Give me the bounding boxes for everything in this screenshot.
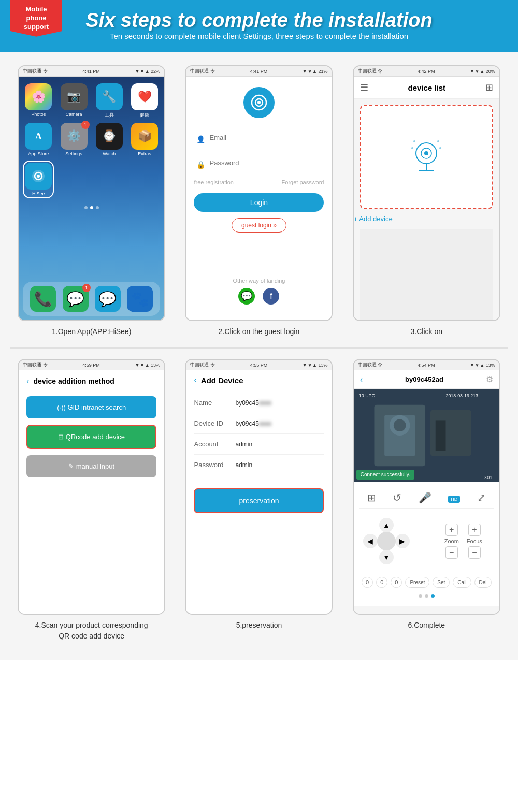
svg-point-14 xyxy=(437,140,439,142)
message-badge: 1 xyxy=(82,284,91,292)
app-grid: 🌸 Photos 📷 Camera 🔧 工具 ❤️ xyxy=(23,83,160,198)
qrcode-add-button[interactable]: ⊡ QRcode add device xyxy=(26,425,156,449)
phone2-mockup: 中国联通 令 4:41 PM ▼ ♥ ▲ 21% 👤 xyxy=(185,65,333,321)
zoom-plus[interactable]: + xyxy=(445,524,458,536)
dock-message[interactable]: 💬 1 xyxy=(63,286,89,312)
guest-login-button[interactable]: guest login » xyxy=(232,218,286,233)
directional-pad: ▲ ▼ ◀ ▶ xyxy=(363,518,410,564)
app-extras[interactable]: 📦 Extras xyxy=(129,123,160,156)
form-password-value: admin xyxy=(235,461,252,469)
phone1-status: 中国联通 令 4:41 PM ▼ ♥ ▲ 22% xyxy=(19,66,164,77)
login-button[interactable]: Login xyxy=(194,193,324,212)
zoom-minus[interactable]: − xyxy=(445,546,458,559)
bottom-controls: 0 0 0 Preset Set Call Del xyxy=(359,574,494,591)
grid-icon[interactable]: ⊞ xyxy=(485,82,493,93)
facebook-icon[interactable]: f xyxy=(263,288,279,304)
settings-icon[interactable]: ⚙ xyxy=(486,374,493,384)
phone3-mockup: 中国联通 令 4:42 PM ▼ ♥ ▲ 20% ☰ device list ⊞ xyxy=(353,65,500,321)
preservation-button[interactable]: preservation xyxy=(194,488,324,513)
phone5-nav: ‹ Add Device xyxy=(194,375,324,385)
login-links: free registration Forget password xyxy=(194,179,324,185)
camera-image: 10:UPC 2018-03-16 213 X01 xyxy=(354,389,499,482)
add-device-button[interactable]: + Add device xyxy=(354,215,499,223)
dpad-up[interactable]: ▲ xyxy=(379,518,394,532)
login-logo xyxy=(243,87,275,118)
phone3-status: 中国联通 令 4:42 PM ▼ ♥ ▲ 20% xyxy=(354,66,499,77)
app-camera[interactable]: 📷 Camera xyxy=(58,83,89,119)
forget-password-link[interactable]: Forget password xyxy=(282,179,324,185)
free-registration-link[interactable]: free registration xyxy=(194,179,233,185)
email-field-wrap: 👤 xyxy=(194,128,324,150)
set-button[interactable]: Set xyxy=(433,577,450,588)
account-label: Account xyxy=(194,440,235,448)
call-button[interactable]: Call xyxy=(453,577,471,588)
dpad-right[interactable]: ▶ xyxy=(395,534,410,548)
zoom-label: Zoom xyxy=(444,538,459,544)
svg-text:10:UPC: 10:UPC xyxy=(359,393,376,398)
preset-button[interactable]: Preset xyxy=(405,577,429,588)
ctrl-num2[interactable]: 0 xyxy=(376,577,387,588)
grid-control-icon[interactable]: ⊞ xyxy=(367,491,376,504)
zoom-col: + Zoom − xyxy=(444,524,459,559)
other-login-section: Other way of landing 💬 f xyxy=(186,278,332,304)
phone4-status: 中国联通 令 4:59 PM ▼ ♥ ▲ 13% xyxy=(19,360,164,370)
phone3-screen: ☰ device list ⊞ xyxy=(354,77,499,320)
row2: 中国联通 令 4:59 PM ▼ ♥ ▲ 13% ‹ device additi… xyxy=(10,359,508,642)
app-tools[interactable]: 🔧 工具 xyxy=(94,83,125,119)
mic-control-icon[interactable]: 🎤 xyxy=(419,491,431,504)
name-label: Name xyxy=(194,399,235,407)
back-icon-4[interactable]: ‹ xyxy=(26,376,29,386)
hamburger-icon[interactable]: ☰ xyxy=(360,82,368,93)
phone4-nav: ‹ device addition method xyxy=(26,376,156,386)
svg-point-5 xyxy=(257,101,261,104)
add-device-section: + Add device xyxy=(354,215,499,223)
app-health[interactable]: ❤️ 健康 xyxy=(129,83,160,119)
dpad-left[interactable]: ◀ xyxy=(363,534,378,548)
phone6-mockup: 中国联通 令 4:54 PM ▼ ♥ ▲ 13% ‹ by09c452ad ⚙ xyxy=(353,359,500,615)
ctrl-num1[interactable]: 0 xyxy=(362,577,373,588)
banner-title: Six steps to complete the installation T… xyxy=(0,0,518,52)
password-input[interactable] xyxy=(194,154,324,172)
dock-wechat[interactable]: 💬 xyxy=(95,286,121,312)
phone2-status: 中国联通 令 4:41 PM ▼ ♥ ▲ 21% xyxy=(186,66,332,77)
dpad-down[interactable]: ▼ xyxy=(379,550,394,564)
d-pad: ▲ ▼ ◀ ▶ xyxy=(363,518,410,564)
phone5-title: Add Device xyxy=(201,376,243,385)
svg-point-12 xyxy=(413,140,415,142)
manual-input-button[interactable]: ✎ manual input xyxy=(26,455,156,477)
mobile-support-badge: Mobile phone support xyxy=(10,0,62,37)
ctrl-num3[interactable]: 0 xyxy=(391,577,402,588)
app-watch[interactable]: ⌚ Watch xyxy=(94,123,125,156)
dpad-zoom-row: ▲ ▼ ◀ ▶ + Zoom xyxy=(359,509,494,574)
svg-rect-21 xyxy=(436,420,446,451)
dock-phone[interactable]: 📞 xyxy=(30,286,56,312)
dock: 📞 💬 1 💬 🐾 xyxy=(23,282,160,316)
app-photos[interactable]: 🌸 Photos xyxy=(23,83,54,119)
camera-feed: 10:UPC 2018-03-16 213 X01 Connect succes… xyxy=(354,389,499,482)
gid-search-button[interactable]: (·)) GID intranet search xyxy=(26,396,156,418)
add-device-form: Name by09c45xxxx Device ID by09c45xxxx xyxy=(194,393,324,513)
svg-text:2018-03-16 213: 2018-03-16 213 xyxy=(445,393,478,398)
del-button[interactable]: Del xyxy=(474,577,492,588)
step5-label: 5.preservation xyxy=(236,620,282,631)
back-icon-6[interactable]: ‹ xyxy=(360,375,363,384)
camera-placeholder-icon xyxy=(403,134,450,180)
phone6-header: ‹ by09c452ad ⚙ xyxy=(354,370,499,389)
hd-control[interactable]: HD xyxy=(448,491,460,504)
dock-baidu[interactable]: 🐾 xyxy=(127,286,153,312)
app-settings[interactable]: ⚙️ 1 Settings xyxy=(58,123,89,156)
app-hisee[interactable]: HiSee xyxy=(23,161,54,198)
app-appstore[interactable]: A App Store xyxy=(23,123,54,156)
back-icon-5[interactable]: ‹ xyxy=(194,375,196,385)
expand-control-icon[interactable]: ⤢ xyxy=(477,491,486,504)
focus-minus[interactable]: − xyxy=(468,546,481,559)
empty-area xyxy=(360,229,493,321)
focus-plus[interactable]: + xyxy=(468,524,481,536)
refresh-control-icon[interactable]: ↺ xyxy=(393,491,401,504)
account-value: admin xyxy=(235,441,252,448)
form-row-account: Account admin xyxy=(194,434,324,455)
wechat-icon[interactable]: 💬 xyxy=(238,288,255,304)
email-input[interactable] xyxy=(194,128,324,147)
focus-label: Focus xyxy=(467,538,482,544)
control-icons: ⊞ ↺ 🎤 HD ⤢ xyxy=(359,487,494,509)
